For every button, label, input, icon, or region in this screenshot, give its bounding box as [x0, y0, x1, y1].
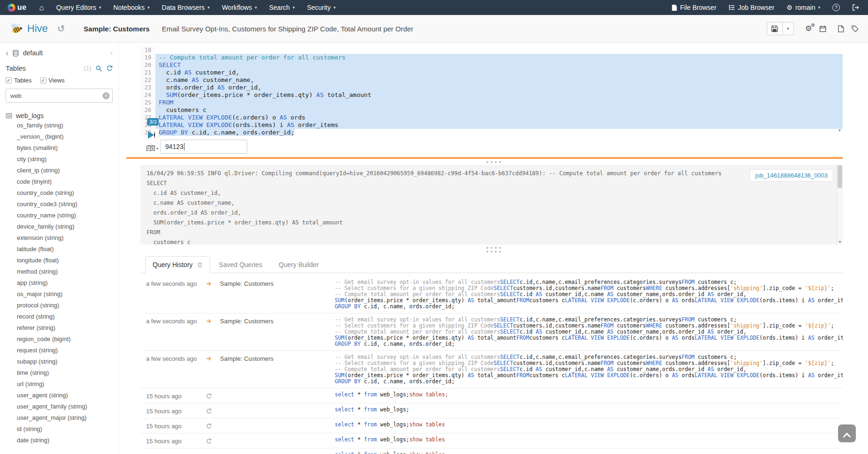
query-title[interactable]: Sample: Customers: [84, 25, 150, 33]
column-item[interactable]: city (string): [6, 153, 113, 164]
column-item[interactable]: user_agent (string): [6, 389, 113, 401]
history-sql-preview[interactable]: select * from web_logs;show tables: [325, 452, 843, 454]
code-line[interactable]: 27LATERAL VIEW EXPLODE(c.orders) o AS or…: [140, 114, 843, 121]
query-history-icon[interactable]: ↺: [57, 24, 65, 33]
column-item[interactable]: id (string): [6, 423, 113, 434]
search-icon[interactable]: [96, 65, 102, 72]
home-button[interactable]: ⌂: [33, 0, 50, 15]
log-resize-grip[interactable]: [119, 159, 868, 165]
filter-views-checkbox[interactable]: ✓ Views: [40, 77, 65, 84]
nav-menu-notebooks[interactable]: Notebooks▾: [107, 0, 155, 15]
code-line[interactable]: 29GROUP BY c.id, c.name, ords.order_id;: [140, 129, 843, 136]
column-item[interactable]: url (string): [6, 378, 113, 389]
nav-menu-data-browsers[interactable]: Data Browsers▾: [156, 0, 216, 15]
new-query-button[interactable]: [838, 25, 844, 32]
clear-search-icon[interactable]: ×: [103, 92, 110, 99]
history-row[interactable]: a few seconds agoSample: Customers-- Get…: [140, 313, 843, 351]
settings-button[interactable]: ⚙⚙: [805, 25, 812, 32]
column-item[interactable]: app (string): [6, 277, 113, 288]
code-line[interactable]: 25FROM: [140, 99, 843, 106]
column-item[interactable]: date (string): [6, 434, 113, 446]
variables-button[interactable]: ▾: [146, 145, 159, 152]
filter-tables-checkbox[interactable]: ✓ Tables: [6, 77, 32, 84]
history-row[interactable]: a few seconds agoSample: Customers-- Get…: [140, 351, 843, 388]
column-item[interactable]: country_name (string): [6, 209, 113, 221]
app-name[interactable]: Hive: [27, 22, 48, 35]
editor-scroll-down-icon[interactable]: ▼: [837, 128, 843, 133]
database-name[interactable]: default: [23, 49, 43, 57]
column-item[interactable]: user_agent_major (string): [6, 412, 113, 423]
save-options-button[interactable]: ▾: [783, 22, 794, 35]
column-item[interactable]: record (string): [6, 311, 113, 322]
column-item[interactable]: _version_ (bigint): [6, 131, 113, 142]
history-sql-preview[interactable]: select * from web_logs;show tables: [325, 422, 843, 428]
column-item[interactable]: latitude (float): [6, 243, 113, 254]
column-item[interactable]: code (tinyint): [6, 176, 113, 187]
code-line[interactable]: 24 SUM(order_items.price * order_items.q…: [140, 91, 843, 99]
history-sql-preview[interactable]: -- Get email survey opt-in values for al…: [325, 279, 843, 310]
logout-button[interactable]: [846, 0, 865, 15]
user-menu[interactable]: ⚙ romain ▾: [780, 0, 826, 15]
run-arrow-icon[interactable]: [201, 317, 220, 324]
nav-menu-search[interactable]: Search▾: [263, 0, 301, 15]
job-link[interactable]: job_1461888648136_0003: [750, 169, 833, 182]
run-arrow-icon[interactable]: [201, 354, 220, 362]
tab-saved-queries[interactable]: Saved Queries: [212, 256, 270, 273]
column-item[interactable]: method (string): [6, 266, 113, 277]
code-line[interactable]: 21 c.id AS customer_id,: [140, 69, 843, 76]
file-browser-button[interactable]: File Browser: [665, 0, 723, 15]
nav-menu-workflows[interactable]: Workflows▾: [216, 0, 263, 15]
back-chevron-icon[interactable]: ‹: [6, 49, 8, 57]
column-item[interactable]: time (string): [6, 367, 113, 378]
retry-icon[interactable]: [201, 452, 220, 454]
history-row[interactable]: 15 hours agoselect * from web_logs;show …: [140, 433, 843, 448]
column-item[interactable]: protocol (string): [6, 299, 113, 311]
results-resize-grip[interactable]: [119, 245, 868, 255]
column-item[interactable]: request (string): [6, 344, 113, 356]
history-row[interactable]: 15 hours agoselect * from web_logs;show …: [140, 388, 843, 403]
code-line[interactable]: 26 customers c: [140, 106, 843, 114]
code-line[interactable]: 22 c.name AS customer_name,: [140, 76, 843, 84]
retry-icon[interactable]: [201, 437, 220, 444]
hue-brand[interactable]: ue: [0, 0, 33, 15]
code-line[interactable]: 23 ords.order_id AS order_id,: [140, 84, 843, 91]
table-item-web-logs[interactable]: web_logs: [6, 112, 113, 119]
history-row[interactable]: 15 hours agoselect * from web_logs;: [140, 403, 843, 418]
column-item[interactable]: subapp (string): [6, 356, 113, 367]
scroll-to-top-button[interactable]: [838, 424, 856, 442]
history-row[interactable]: a few seconds agoSample: Customers-- Get…: [140, 276, 843, 313]
help-button[interactable]: ?: [826, 0, 846, 15]
history-row[interactable]: 15 hours agoselect * from web_logs;show …: [140, 418, 843, 433]
nav-menu-security[interactable]: Security▾: [301, 0, 342, 15]
trash-icon[interactable]: [197, 262, 203, 268]
column-item[interactable]: os_major (string): [6, 288, 113, 299]
sql-editor[interactable]: 1819-- Compute total amount per order fo…: [140, 43, 843, 137]
column-item[interactable]: country_code (string): [6, 187, 113, 198]
refresh-icon[interactable]: [106, 65, 113, 72]
run-arrow-icon[interactable]: [201, 279, 220, 287]
column-item[interactable]: longitude (float): [6, 254, 113, 266]
history-row[interactable]: 15 hours agoselect * from web_logs;show …: [140, 448, 843, 454]
column-item[interactable]: extension (string): [6, 232, 113, 243]
execute-play-button[interactable]: [148, 131, 155, 139]
tags-button[interactable]: [852, 25, 859, 32]
tab-query-builder[interactable]: Query Builder: [271, 256, 326, 273]
save-button[interactable]: [767, 22, 783, 35]
history-sql-preview[interactable]: select * from web_logs;: [325, 407, 843, 413]
history-sql-preview[interactable]: select * from web_logs;show tables: [325, 437, 843, 443]
column-item[interactable]: device_family (string): [6, 221, 113, 232]
code-line[interactable]: 19-- Compute total amount per order for …: [140, 54, 843, 61]
retry-icon[interactable]: [201, 422, 220, 429]
log-scroll-down-icon[interactable]: ▼: [837, 240, 843, 244]
code-line[interactable]: 20SELECT: [140, 61, 843, 69]
job-browser-button[interactable]: Job Browser: [722, 0, 780, 15]
retry-icon[interactable]: [201, 392, 220, 399]
variable-value-input[interactable]: 94123: [160, 140, 247, 154]
column-item[interactable]: country_code3 (string): [6, 198, 113, 209]
tab-query-history[interactable]: Query History: [145, 256, 210, 273]
history-sql-preview[interactable]: -- Get email survey opt-in values for al…: [325, 317, 843, 347]
table-search-input[interactable]: [6, 89, 113, 103]
code-line[interactable]: 28LATERAL VIEW EXPLODE(ords.items) i AS …: [140, 121, 843, 129]
column-item[interactable]: os_family (string): [6, 119, 113, 131]
log-scrollbar[interactable]: ▼: [837, 165, 843, 245]
